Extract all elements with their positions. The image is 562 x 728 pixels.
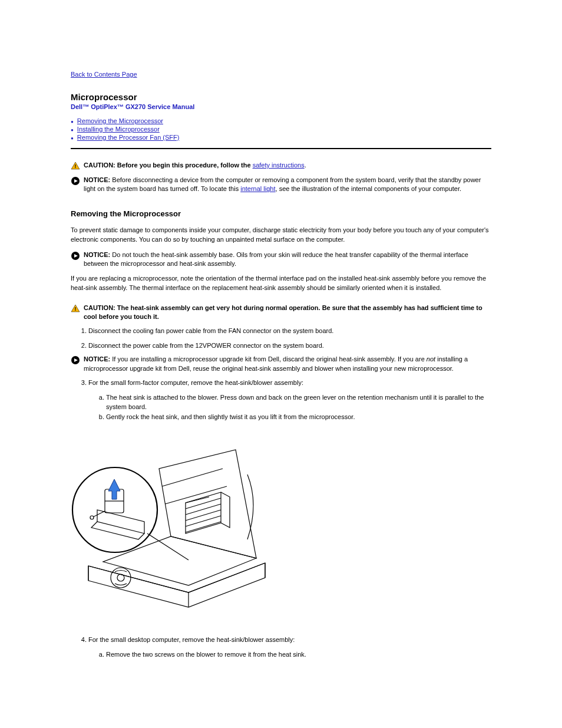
steps-list-continued: For the small form-factor computer, remo… [71, 378, 491, 421]
caution-bold: CAUTION: The heat-sink assembly can get … [84, 304, 482, 320]
step-1: Disconnect the cooling fan power cable f… [88, 326, 491, 336]
notice-block: NOTICE: Do not touch the heat-sink assem… [71, 251, 491, 269]
divider [71, 148, 491, 149]
notice-icon [71, 176, 80, 187]
toc-link-removing-fan[interactable]: Removing the Processor Fan (SFF) [77, 134, 180, 141]
step-3-text: For the small form-factor computer, remo… [88, 379, 303, 386]
steps-list-continued-2: For the small desktop computer, remove t… [71, 635, 491, 659]
step-4: For the small desktop computer, remove t… [88, 635, 491, 659]
heatsink-figure [71, 433, 491, 623]
notice-icon [71, 355, 80, 366]
notice-text: NOTICE: Do not touch the heat-sink assem… [84, 251, 491, 269]
step-2: Disconnect the power cable from the 12VP… [88, 341, 491, 351]
step-3: For the small form-factor computer, remo… [88, 378, 491, 421]
caution-icon: ! [71, 304, 80, 314]
notice-after: , see the illustration of the internal c… [276, 185, 462, 192]
notice-bold: NOTICE: [84, 176, 110, 183]
step-3b: Gently rock the heat sink, and then slig… [106, 412, 491, 422]
toc-link-installing[interactable]: Installing the Microprocessor [77, 126, 160, 133]
toc-item: Removing the Processor Fan (SFF) [71, 134, 491, 141]
notice-body: If you are installing a microprocessor u… [110, 355, 427, 363]
intro-paragraph: To prevent static damage to components i… [71, 225, 491, 245]
heatsink-diagram [71, 433, 271, 622]
svg-text:!: ! [75, 306, 77, 312]
caution-notice: ! CAUTION: Before you begin this procedu… [71, 161, 491, 171]
caution-notice: ! CAUTION: The heat-sink assembly can ge… [71, 304, 491, 322]
notice-icon [71, 251, 80, 262]
internal-light-link[interactable]: internal light [240, 185, 275, 192]
manual-name: Dell™ OptiPlex™ GX270 Service Manual [71, 103, 491, 110]
notice-body: Do not touch the heat-sink assembly base… [84, 251, 468, 267]
table-of-contents: Removing the Microprocessor Installing t… [71, 117, 491, 141]
steps-list: Disconnect the cooling fan power cable f… [71, 326, 491, 350]
step-4-text: For the small desktop computer, remove t… [88, 636, 295, 643]
caution-text: CAUTION: The heat-sink assembly can get … [84, 304, 491, 322]
svg-point-11 [117, 574, 124, 581]
page-title: Microprocessor [71, 92, 491, 102]
section-title-removing: Removing the Microprocessor [71, 209, 491, 218]
back-to-contents-link[interactable]: Back to Contents Page [71, 71, 137, 78]
svg-text:!: ! [75, 163, 77, 169]
step-3a: The heat sink is attached to the blower.… [106, 393, 491, 412]
notice-bold: NOTICE: [84, 251, 110, 258]
toc-item: Removing the Microprocessor [71, 117, 491, 124]
step-4a: Remove the two screws on the blower to r… [106, 650, 491, 660]
replace-paragraph: If you are replacing a microprocessor, n… [71, 274, 491, 293]
toc-link-removing[interactable]: Removing the Microprocessor [77, 117, 163, 124]
caution-icon: ! [71, 162, 80, 171]
caution-text: CAUTION: Before you begin this procedure… [84, 161, 491, 170]
toc-item: Installing the Microprocessor [71, 126, 491, 133]
safety-instructions-link[interactable]: safety instructions [253, 162, 305, 169]
caution-after: . [305, 162, 306, 169]
notice-block: NOTICE: If you are installing a micropro… [71, 355, 491, 373]
notice-text: NOTICE: If you are installing a micropro… [84, 355, 491, 373]
notice-bold: NOTICE: [84, 355, 110, 363]
caution-bold: CAUTION: Before you begin this procedure… [84, 162, 253, 169]
notice-block: NOTICE: Before disconnecting a device fr… [71, 176, 491, 194]
notice-text: NOTICE: Before disconnecting a device fr… [84, 176, 491, 194]
notice-italic: not [427, 355, 435, 363]
